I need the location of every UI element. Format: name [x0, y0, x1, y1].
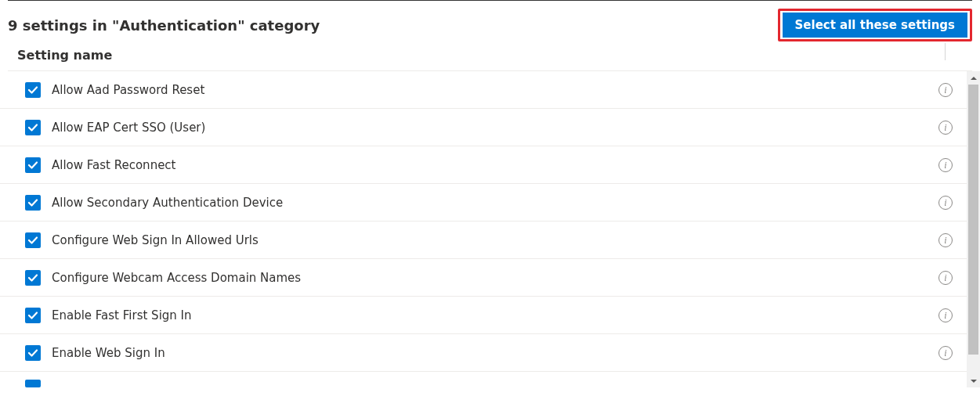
setting-row: Allow Fast Reconnecti [0, 146, 967, 184]
setting-row: Allow EAP Cert SSO (User)i [0, 109, 967, 146]
setting-label: Enable Web Sign In [52, 346, 938, 360]
setting-row-partial [0, 372, 967, 387]
info-icon[interactable]: i [938, 121, 953, 135]
setting-checkbox[interactable] [25, 232, 41, 248]
vertical-scrollbar[interactable] [967, 71, 980, 387]
setting-row: Enable Web Sign Ini [0, 334, 967, 372]
info-icon[interactable]: i [938, 158, 953, 172]
setting-label: Configure Webcam Access Domain Names [52, 271, 938, 285]
setting-checkbox[interactable] [25, 120, 41, 135]
setting-label: Allow Aad Password Reset [52, 83, 938, 97]
info-icon[interactable]: i [938, 83, 953, 97]
setting-row: Enable Fast First Sign Ini [0, 297, 967, 334]
setting-row: Allow Aad Password Reseti [0, 71, 967, 109]
setting-label: Allow Secondary Authentication Device [52, 196, 938, 210]
setting-label: Allow EAP Cert SSO (User) [52, 121, 938, 135]
list-area: Allow Aad Password ResetiAllow EAP Cert … [0, 71, 980, 387]
select-all-highlight-frame: Select all these settings [778, 9, 972, 41]
column-divider [945, 43, 946, 60]
info-icon[interactable]: i [938, 308, 953, 322]
scroll-down-arrow-icon[interactable] [967, 374, 980, 387]
setting-label: Enable Fast First Sign In [52, 308, 938, 322]
header-row: 9 settings in "Authentication" category … [0, 9, 980, 48]
column-header-row: Setting name [0, 48, 980, 70]
select-all-button[interactable]: Select all these settings [783, 13, 967, 38]
setting-label: Configure Web Sign In Allowed Urls [52, 233, 938, 247]
setting-row: Configure Webcam Access Domain Namesi [0, 259, 967, 297]
setting-checkbox[interactable] [25, 195, 41, 211]
setting-checkbox[interactable] [25, 380, 41, 387]
setting-row: Allow Secondary Authentication Devicei [0, 184, 967, 222]
top-divider [8, 0, 972, 1]
setting-checkbox[interactable] [25, 270, 41, 286]
setting-checkbox[interactable] [25, 345, 41, 361]
info-icon[interactable]: i [938, 233, 953, 247]
info-icon[interactable]: i [938, 196, 953, 210]
setting-row: Configure Web Sign In Allowed Urlsi [0, 222, 967, 259]
info-icon[interactable]: i [938, 271, 953, 285]
settings-list: Allow Aad Password ResetiAllow EAP Cert … [0, 71, 967, 387]
category-title: 9 settings in "Authentication" category [8, 17, 320, 34]
scrollbar-thumb[interactable] [968, 85, 978, 355]
setting-checkbox[interactable] [25, 82, 41, 98]
setting-checkbox[interactable] [25, 157, 41, 173]
setting-checkbox[interactable] [25, 308, 41, 323]
setting-label: Allow Fast Reconnect [52, 158, 938, 172]
settings-panel: 9 settings in "Authentication" category … [0, 0, 980, 387]
info-icon[interactable]: i [938, 346, 953, 360]
scroll-up-arrow-icon[interactable] [967, 71, 980, 85]
column-header-setting-name: Setting name [17, 48, 112, 63]
